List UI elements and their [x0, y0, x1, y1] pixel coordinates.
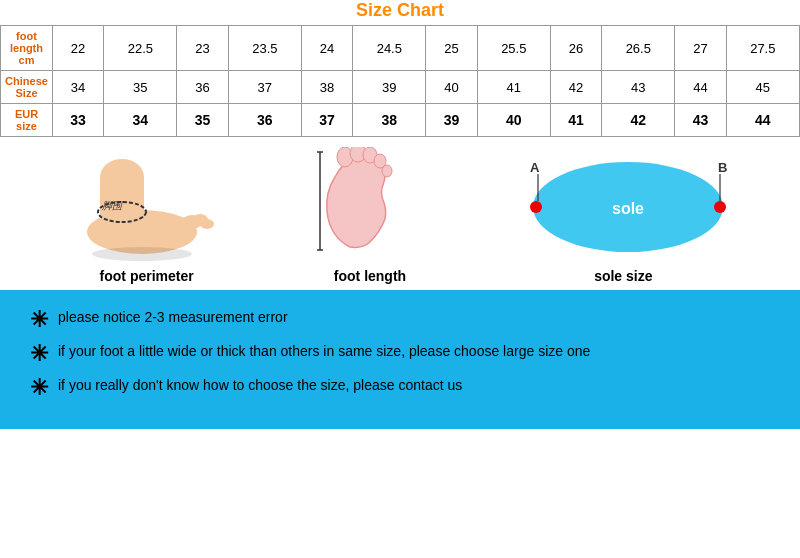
size-chart-section: Size Chart foot length cm 22 22.5 23 23.…	[0, 0, 800, 137]
row-label-foot-length: foot length cm	[1, 26, 53, 71]
note-text-1: please notice 2-3 measurement error	[58, 308, 288, 328]
cell: 36	[228, 104, 301, 137]
svg-text:sole: sole	[612, 200, 644, 217]
note-star-3: ✳	[30, 376, 48, 400]
size-table: foot length cm 22 22.5 23 23.5 24 24.5 2…	[0, 25, 800, 137]
foot-length-label: foot length	[334, 268, 406, 284]
cell: 39	[353, 71, 426, 104]
svg-point-8	[92, 247, 192, 261]
cell: 26.5	[602, 26, 675, 71]
cell: 22.5	[104, 26, 177, 71]
cell: 38	[301, 71, 352, 104]
cell: 27.5	[726, 26, 799, 71]
chart-title: Size Chart	[0, 0, 800, 21]
illustrations-section: 脚围 foot perimeter foot length	[0, 137, 800, 290]
cell: 34	[53, 71, 104, 104]
note-item-1: ✳ please notice 2-3 measurement error	[30, 308, 770, 332]
note-item-2: ✳ if your foot a little wide or thick th…	[30, 342, 770, 366]
note-text-3: if you really don't know how to choose t…	[58, 376, 462, 396]
cell: 35	[104, 71, 177, 104]
cell: 40	[477, 104, 550, 137]
svg-text:A: A	[530, 160, 540, 175]
cell: 22	[53, 26, 104, 71]
sole-size-icon: A B sole	[508, 147, 738, 262]
cell: 25.5	[477, 26, 550, 71]
notes-section: ✳ please notice 2-3 measurement error ✳ …	[0, 290, 800, 429]
row-label-eur-size: EUR size	[1, 104, 53, 137]
cell: 34	[104, 104, 177, 137]
cell: 40	[426, 71, 477, 104]
svg-point-5	[200, 219, 214, 229]
cell: 23	[177, 26, 228, 71]
cell: 41	[477, 71, 550, 104]
note-text-2: if your foot a little wide or thick than…	[58, 342, 590, 362]
foot-perimeter-label: foot perimeter	[100, 268, 194, 284]
cell: 37	[228, 71, 301, 104]
cell: 42	[550, 71, 601, 104]
sole-size-label: sole size	[594, 268, 652, 284]
cell: 36	[177, 71, 228, 104]
foot-length-item: foot length	[315, 147, 425, 284]
cell: 27	[675, 26, 726, 71]
svg-text:B: B	[718, 160, 727, 175]
cell: 39	[426, 104, 477, 137]
svg-text:脚围: 脚围	[101, 200, 123, 211]
cell: 23.5	[228, 26, 301, 71]
table-row-foot-length: foot length cm 22 22.5 23 23.5 24 24.5 2…	[1, 26, 800, 71]
cell: 26	[550, 26, 601, 71]
cell: 43	[675, 104, 726, 137]
foot-length-icon	[315, 147, 425, 262]
cell: 45	[726, 71, 799, 104]
svg-point-13	[382, 165, 392, 177]
cell: 43	[602, 71, 675, 104]
cell: 41	[550, 104, 601, 137]
table-row-chinese-size: Chinese Size 34 35 36 37 38 39 40 41 42 …	[1, 71, 800, 104]
note-star-1: ✳	[30, 308, 48, 332]
note-item-3: ✳ if you really don't know how to choose…	[30, 376, 770, 400]
svg-point-20	[530, 201, 542, 213]
cell: 44	[675, 71, 726, 104]
foot-perimeter-item: 脚围 foot perimeter	[62, 157, 232, 284]
cell: 35	[177, 104, 228, 137]
cell: 25	[426, 26, 477, 71]
table-row-eur-size: EUR size 33 34 35 36 37 38 39 40 41 42 4…	[1, 104, 800, 137]
cell: 42	[602, 104, 675, 137]
cell: 24.5	[353, 26, 426, 71]
cell: 38	[353, 104, 426, 137]
note-star-2: ✳	[30, 342, 48, 366]
cell: 37	[301, 104, 352, 137]
sole-size-item: A B sole sole size	[508, 147, 738, 284]
svg-point-21	[714, 201, 726, 213]
foot-perimeter-icon: 脚围	[62, 157, 232, 262]
cell: 24	[301, 26, 352, 71]
cell: 44	[726, 104, 799, 137]
row-label-chinese-size: Chinese Size	[1, 71, 53, 104]
cell: 33	[53, 104, 104, 137]
